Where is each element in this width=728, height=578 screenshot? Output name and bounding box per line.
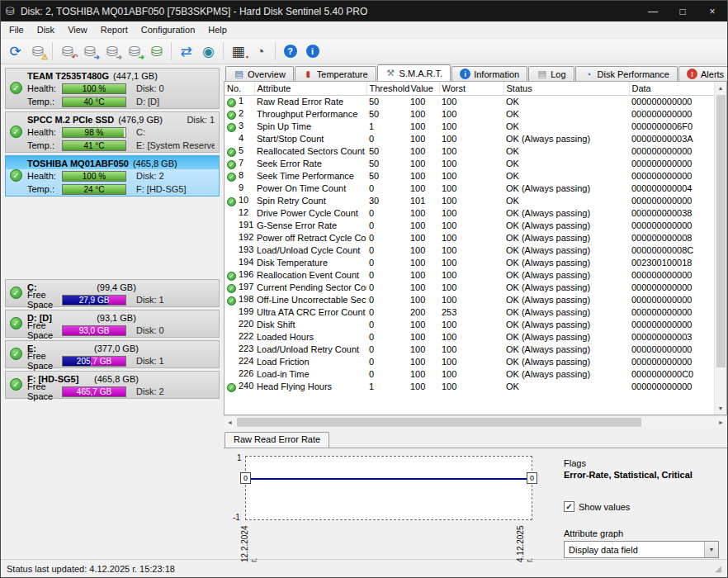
tab-temperature[interactable]: Temperature	[295, 66, 376, 81]
column-header-value[interactable]: Value	[408, 82, 439, 95]
attribute-data: 002300100018	[629, 256, 714, 268]
tab-information[interactable]: Information	[451, 66, 527, 81]
column-header-no[interactable]: No.	[225, 82, 254, 95]
attribute-worst: 100	[439, 281, 503, 293]
column-header-worst[interactable]: Worst	[439, 82, 503, 95]
partition-card[interactable]: C:(99,4 GB)Free Space27,9 GBDisk: 1	[5, 279, 220, 307]
vertical-scrollbar[interactable]	[714, 82, 726, 415]
column-header-data[interactable]: Data	[629, 82, 714, 95]
menu-disk[interactable]: Disk	[31, 23, 61, 36]
smart-row[interactable]: 220Disk Shift0100100OK (Always passing)0…	[225, 318, 714, 330]
column-header-threshold[interactable]: Threshold	[366, 82, 408, 95]
disk-card[interactable]: TEAM T2535T480G(447,1 GB)Health:100 %Dis…	[5, 68, 220, 109]
smart-row[interactable]: 7Seek Error Rate50100100OK000000000000	[225, 157, 714, 169]
smart-row[interactable]: 222Loaded Hours0100100OK (Always passing…	[225, 330, 714, 343]
levels-button[interactable]: ▦▪	[227, 40, 249, 62]
maximize-button[interactable]: □	[668, 1, 697, 21]
smart-row[interactable]: 10Spin Retry Count30101100OK000000000000	[225, 194, 714, 206]
attribute-name: Power off Retract Cycle Count	[254, 231, 366, 244]
smart-row[interactable]: 226Load-in Time0100100OK (Always passing…	[225, 367, 714, 380]
tab-log[interactable]: Log	[528, 66, 574, 81]
smart-row[interactable]: 194Disk Temperature0100100OK (Always pas…	[225, 256, 714, 268]
smart-row[interactable]: 8Seek Time Performance50100100OK00000000…	[225, 169, 714, 182]
attribute-name: Current Pending Sector Count	[254, 281, 366, 293]
smart-row[interactable]: 223Load/Unload Retry Count0100100OK (Alw…	[225, 343, 714, 355]
smart-row[interactable]: 4Start/Stop Count0100100OK (Always passi…	[225, 132, 714, 144]
attribute-tab[interactable]: Raw Read Error Rate	[225, 432, 329, 448]
menu-report[interactable]: Report	[94, 23, 135, 36]
attribute-graph-select[interactable]: Display data field	[564, 541, 719, 558]
tab-label: Information	[474, 69, 519, 79]
scroll-left-icon[interactable]	[224, 416, 236, 429]
disk-card[interactable]: SPCC M.2 PCIe SSD(476,9 GB)Disk: 1Health…	[5, 111, 220, 153]
tab-s-m-a-r-t[interactable]: S.M.A.R.T.	[377, 64, 451, 81]
disk-test-seek-button[interactable]: ⛁➜	[123, 40, 145, 62]
horizontal-scrollbar[interactable]	[224, 415, 727, 428]
partition-letter: F: [HD-SG5]	[27, 374, 78, 384]
show-values-checkbox[interactable]	[564, 501, 574, 512]
free-space-value: 465,7 GB	[63, 387, 125, 396]
horizontal-scroll-thumb[interactable]	[237, 418, 641, 427]
smart-row[interactable]: 3Spin Up Time1100100OK0000000006F0	[225, 120, 714, 132]
info-button[interactable]: i	[301, 40, 324, 62]
smart-row[interactable]: 2Throughput Performance50100100OK0000000…	[225, 107, 714, 120]
minimize-button[interactable]: —	[638, 1, 668, 21]
disk-remove-button[interactable]: ⛁↶	[56, 40, 78, 62]
attribute-worst: 100	[439, 120, 503, 132]
disk-test-write-badge-icon: ➜	[116, 54, 122, 61]
menu-configuration[interactable]: Configuration	[135, 23, 201, 36]
tab-alerts[interactable]: Alerts	[678, 66, 728, 81]
disk-test-write-button[interactable]: ⛁➜	[101, 40, 123, 62]
smart-row[interactable]: 240Head Flying Hours1100100OK00000000000…	[225, 380, 714, 392]
smart-row[interactable]: 224Load Friction0100100OK (Always passin…	[225, 355, 714, 367]
smart-row[interactable]: 5Reallocated Sectors Count50100100OK0000…	[225, 144, 714, 157]
smart-row[interactable]: 198Off-Line Uncorrectable Sector Co...01…	[225, 293, 714, 306]
partition-card[interactable]: E:(377,0 GB)Free Space205,7 GBDisk: 1	[5, 340, 220, 368]
smart-row[interactable]: 199Ultra ATA CRC Error Count0200253OK (A…	[225, 306, 714, 318]
smart-row[interactable]: 1Raw Read Error Rate50100100OK0000000000…	[225, 95, 714, 107]
smart-row[interactable]: 192Power off Retract Cycle Count0100100O…	[225, 231, 714, 244]
disk-warning-button[interactable]: ⛁⚠	[26, 40, 49, 62]
disk-card[interactable]: TOSHIBA MQ01ABF050(465,8 GB)Health:100 %…	[5, 155, 220, 197]
attribute-ok-icon	[227, 123, 236, 132]
menu-file[interactable]: File	[2, 23, 31, 36]
smart-row[interactable]: 196Reallocation Event Count0100100OK (Al…	[225, 268, 714, 281]
partition-card[interactable]: D: [D](93,1 GB)Free Space93,0 GBDisk: 0	[5, 310, 220, 338]
combo-dropdown-icon[interactable]	[704, 542, 718, 557]
smart-row[interactable]: 9Power On Time Count0100100OK (Always pa…	[225, 182, 714, 194]
disk-backup-button[interactable]: ⛁	[145, 40, 168, 62]
refresh-status-button[interactable]: ⟳	[4, 40, 26, 62]
smart-row[interactable]: 12Drive Power Cycle Count0100100OK (Alwa…	[225, 206, 714, 219]
flags-label: Flags	[564, 458, 722, 468]
network-status-button[interactable]: ◉	[197, 40, 220, 62]
tab-disk-performance[interactable]: Disk Performance	[575, 66, 678, 81]
attribute-status: OK (Always passing)	[503, 330, 629, 343]
tab-overview[interactable]: Overview	[225, 66, 294, 81]
vertical-scroll-thumb[interactable]	[716, 95, 726, 367]
sync-button[interactable]: ⇄	[175, 40, 197, 62]
smart-row[interactable]: 197Current Pending Sector Count0100100OK…	[225, 281, 714, 293]
menu-view[interactable]: View	[61, 23, 94, 36]
scroll-down-icon[interactable]	[715, 402, 727, 415]
attribute-value: 101	[408, 194, 439, 206]
smart-row[interactable]: 193Load/Unload Cycle Count0100100OK (Alw…	[225, 244, 714, 256]
attribute-worst: 100	[439, 355, 503, 367]
smart-row[interactable]: 191G-Sense Error Rate0100100OK (Always p…	[225, 219, 714, 231]
column-header-status[interactable]: Status	[503, 82, 629, 95]
resize-grip-icon[interactable]: ◢	[715, 564, 721, 573]
show-values-row[interactable]: Show values	[564, 501, 722, 512]
scroll-up-icon[interactable]	[715, 82, 727, 94]
attribute-ok-icon	[227, 284, 236, 293]
partition-card[interactable]: F: [HD-SG5](465,8 GB)Free Space465,7 GBD…	[5, 371, 220, 399]
close-button[interactable]: ×	[697, 1, 727, 21]
gauge-button[interactable]: ◔	[249, 40, 272, 62]
attribute-number-cell: 192	[225, 231, 254, 244]
help-button[interactable]: ?	[279, 40, 301, 62]
scroll-right-icon[interactable]	[715, 416, 727, 429]
disk-test-read-button[interactable]: ⛁➜	[78, 40, 101, 62]
partition-letter: D: [D]	[27, 313, 52, 323]
attribute-name: Seek Time Performance	[254, 169, 366, 182]
menu-help[interactable]: Help	[201, 23, 234, 36]
disk-size: (447,1 GB)	[113, 71, 158, 81]
column-header-attribute[interactable]: Attribute	[254, 82, 366, 95]
